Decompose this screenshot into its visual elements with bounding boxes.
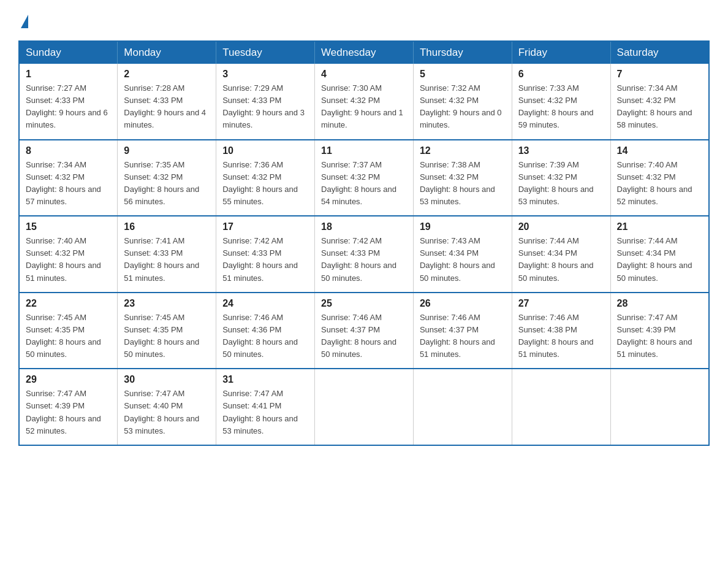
day-info: Sunrise: 7:42 AMSunset: 4:33 PMDaylight:… (222, 235, 308, 285)
day-number: 22 (26, 298, 111, 309)
day-number: 5 (420, 69, 506, 80)
day-info: Sunrise: 7:34 AMSunset: 4:32 PMDaylight:… (617, 82, 702, 132)
calendar-day-cell: 26Sunrise: 7:46 AMSunset: 4:37 PMDayligh… (413, 293, 512, 369)
day-info: Sunrise: 7:47 AMSunset: 4:39 PMDaylight:… (26, 388, 111, 437)
calendar-day-cell: 5Sunrise: 7:32 AMSunset: 4:32 PMDaylight… (413, 64, 512, 140)
day-info: Sunrise: 7:37 AMSunset: 4:32 PMDaylight:… (321, 159, 407, 209)
day-info: Sunrise: 7:45 AMSunset: 4:35 PMDaylight:… (124, 312, 210, 361)
calendar-week-row: 22Sunrise: 7:45 AMSunset: 4:35 PMDayligh… (19, 293, 709, 369)
day-number: 20 (518, 221, 604, 232)
calendar-day-cell: 30Sunrise: 7:47 AMSunset: 4:40 PMDayligh… (118, 369, 216, 445)
day-info: Sunrise: 7:43 AMSunset: 4:34 PMDaylight:… (420, 235, 506, 285)
day-info: Sunrise: 7:44 AMSunset: 4:34 PMDaylight:… (518, 235, 604, 285)
day-number: 10 (222, 145, 308, 156)
calendar-day-cell: 21Sunrise: 7:44 AMSunset: 4:34 PMDayligh… (610, 216, 709, 293)
day-info: Sunrise: 7:35 AMSunset: 4:32 PMDaylight:… (124, 159, 210, 209)
day-info: Sunrise: 7:41 AMSunset: 4:33 PMDaylight:… (124, 235, 210, 285)
day-number: 28 (617, 298, 702, 309)
day-info: Sunrise: 7:30 AMSunset: 4:32 PMDaylight:… (321, 82, 407, 132)
calendar-day-header: Saturday (610, 41, 709, 64)
day-info: Sunrise: 7:33 AMSunset: 4:32 PMDaylight:… (518, 82, 604, 132)
day-number: 25 (321, 298, 407, 309)
day-number: 7 (617, 69, 702, 80)
calendar-day-cell: 7Sunrise: 7:34 AMSunset: 4:32 PMDaylight… (610, 64, 709, 140)
calendar-day-header: Sunday (19, 41, 118, 64)
day-info: Sunrise: 7:38 AMSunset: 4:32 PMDaylight:… (420, 159, 506, 209)
calendar-day-cell: 16Sunrise: 7:41 AMSunset: 4:33 PMDayligh… (118, 216, 216, 293)
calendar-day-cell: 24Sunrise: 7:46 AMSunset: 4:36 PMDayligh… (216, 293, 315, 369)
day-number: 6 (518, 69, 604, 80)
logo (18, 12, 28, 28)
day-info: Sunrise: 7:47 AMSunset: 4:39 PMDaylight:… (617, 312, 702, 361)
calendar-day-cell: 12Sunrise: 7:38 AMSunset: 4:32 PMDayligh… (413, 140, 512, 216)
day-number: 18 (321, 221, 407, 232)
calendar-day-cell: 23Sunrise: 7:45 AMSunset: 4:35 PMDayligh… (118, 293, 216, 369)
day-info: Sunrise: 7:34 AMSunset: 4:32 PMDaylight:… (26, 159, 111, 209)
day-number: 24 (222, 298, 308, 309)
day-info: Sunrise: 7:45 AMSunset: 4:35 PMDaylight:… (26, 312, 111, 361)
day-number: 21 (617, 221, 702, 232)
calendar-day-cell: 6Sunrise: 7:33 AMSunset: 4:32 PMDaylight… (512, 64, 610, 140)
day-number: 17 (222, 221, 308, 232)
calendar-day-cell: 22Sunrise: 7:45 AMSunset: 4:35 PMDayligh… (19, 293, 118, 369)
calendar-day-cell: 15Sunrise: 7:40 AMSunset: 4:32 PMDayligh… (19, 216, 118, 293)
calendar-day-cell: 11Sunrise: 7:37 AMSunset: 4:32 PMDayligh… (315, 140, 414, 216)
day-info: Sunrise: 7:42 AMSunset: 4:33 PMDaylight:… (321, 235, 407, 285)
calendar-day-cell: 13Sunrise: 7:39 AMSunset: 4:32 PMDayligh… (512, 140, 610, 216)
calendar-day-cell (610, 369, 709, 445)
day-info: Sunrise: 7:47 AMSunset: 4:40 PMDaylight:… (124, 388, 210, 437)
calendar-day-cell: 9Sunrise: 7:35 AMSunset: 4:32 PMDaylight… (118, 140, 216, 216)
day-number: 2 (124, 69, 210, 80)
day-number: 29 (26, 374, 111, 385)
logo-triangle-icon (21, 15, 28, 28)
day-number: 11 (321, 145, 407, 156)
calendar-day-header: Thursday (413, 41, 512, 64)
calendar-week-row: 8Sunrise: 7:34 AMSunset: 4:32 PMDaylight… (19, 140, 709, 216)
calendar-week-row: 15Sunrise: 7:40 AMSunset: 4:32 PMDayligh… (19, 216, 709, 293)
calendar-day-cell (512, 369, 610, 445)
calendar-day-header: Friday (512, 41, 610, 64)
day-info: Sunrise: 7:46 AMSunset: 4:37 PMDaylight:… (321, 312, 407, 361)
calendar-table: SundayMondayTuesdayWednesdayThursdayFrid… (18, 40, 710, 446)
calendar-day-cell: 20Sunrise: 7:44 AMSunset: 4:34 PMDayligh… (512, 216, 610, 293)
day-number: 9 (124, 145, 210, 156)
day-info: Sunrise: 7:29 AMSunset: 4:33 PMDaylight:… (222, 82, 308, 132)
calendar-day-header: Wednesday (315, 41, 414, 64)
calendar-day-cell: 29Sunrise: 7:47 AMSunset: 4:39 PMDayligh… (19, 369, 118, 445)
calendar-day-cell: 25Sunrise: 7:46 AMSunset: 4:37 PMDayligh… (315, 293, 414, 369)
day-info: Sunrise: 7:39 AMSunset: 4:32 PMDaylight:… (518, 159, 604, 209)
calendar-day-cell: 28Sunrise: 7:47 AMSunset: 4:39 PMDayligh… (610, 293, 709, 369)
calendar-week-row: 1Sunrise: 7:27 AMSunset: 4:33 PMDaylight… (19, 64, 709, 140)
calendar-day-cell: 19Sunrise: 7:43 AMSunset: 4:34 PMDayligh… (413, 216, 512, 293)
day-number: 23 (124, 298, 210, 309)
calendar-day-cell: 18Sunrise: 7:42 AMSunset: 4:33 PMDayligh… (315, 216, 414, 293)
day-number: 16 (124, 221, 210, 232)
day-info: Sunrise: 7:46 AMSunset: 4:36 PMDaylight:… (222, 312, 308, 361)
day-info: Sunrise: 7:40 AMSunset: 4:32 PMDaylight:… (26, 235, 111, 285)
day-number: 8 (26, 145, 111, 156)
day-info: Sunrise: 7:47 AMSunset: 4:41 PMDaylight:… (222, 388, 308, 437)
day-info: Sunrise: 7:27 AMSunset: 4:33 PMDaylight:… (26, 82, 111, 132)
day-info: Sunrise: 7:40 AMSunset: 4:32 PMDaylight:… (617, 159, 702, 209)
calendar-day-header: Monday (118, 41, 216, 64)
day-info: Sunrise: 7:46 AMSunset: 4:38 PMDaylight:… (518, 312, 604, 361)
calendar-day-cell: 31Sunrise: 7:47 AMSunset: 4:41 PMDayligh… (216, 369, 315, 445)
calendar-day-header: Tuesday (216, 41, 315, 64)
day-number: 4 (321, 69, 407, 80)
day-number: 31 (222, 374, 308, 385)
day-number: 13 (518, 145, 604, 156)
calendar-day-cell: 14Sunrise: 7:40 AMSunset: 4:32 PMDayligh… (610, 140, 709, 216)
day-number: 15 (26, 221, 111, 232)
day-number: 27 (518, 298, 604, 309)
calendar-day-cell: 10Sunrise: 7:36 AMSunset: 4:32 PMDayligh… (216, 140, 315, 216)
day-info: Sunrise: 7:44 AMSunset: 4:34 PMDaylight:… (617, 235, 702, 285)
day-number: 3 (222, 69, 308, 80)
day-number: 19 (420, 221, 506, 232)
page-header (18, 12, 710, 28)
calendar-week-row: 29Sunrise: 7:47 AMSunset: 4:39 PMDayligh… (19, 369, 709, 445)
day-number: 14 (617, 145, 702, 156)
calendar-day-cell (413, 369, 512, 445)
day-info: Sunrise: 7:32 AMSunset: 4:32 PMDaylight:… (420, 82, 506, 132)
calendar-day-cell: 27Sunrise: 7:46 AMSunset: 4:38 PMDayligh… (512, 293, 610, 369)
calendar-day-cell: 1Sunrise: 7:27 AMSunset: 4:33 PMDaylight… (19, 64, 118, 140)
